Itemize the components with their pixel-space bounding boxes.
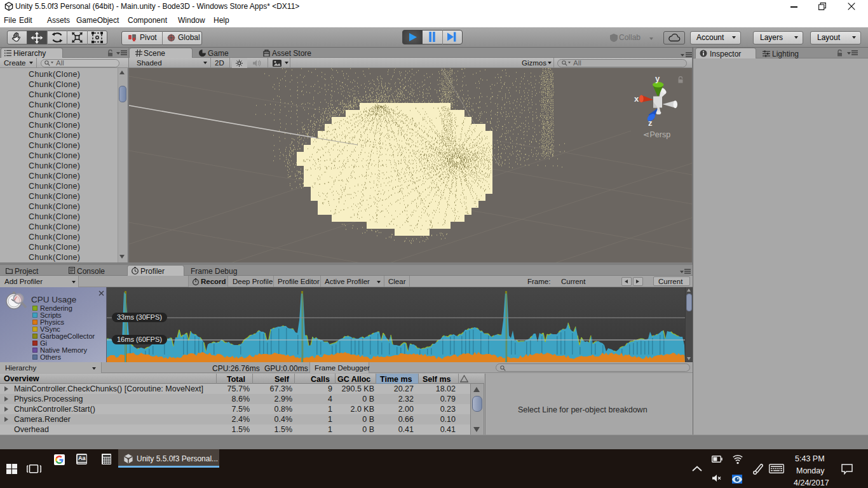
svg-text:x: x: [634, 94, 639, 104]
svg-text:z: z: [648, 118, 653, 128]
svg-text:y: y: [655, 74, 660, 83]
